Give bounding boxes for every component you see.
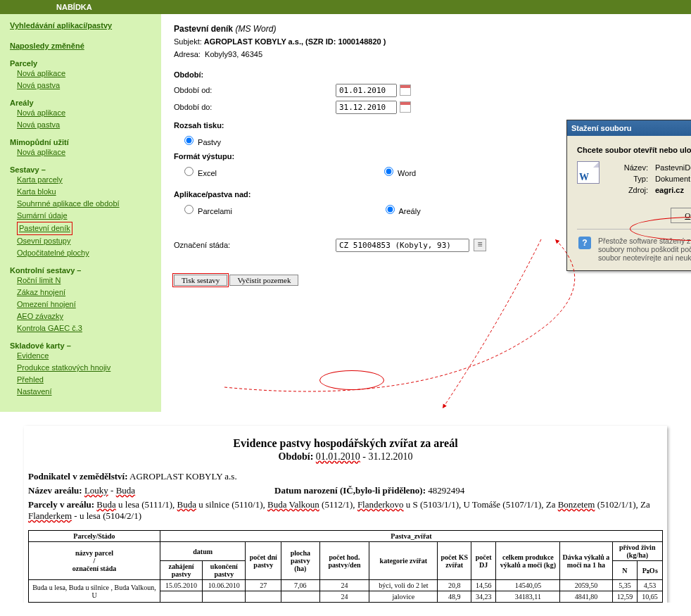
- period-from-label: Období od:: [174, 86, 336, 94]
- annotation-ellipse: [319, 370, 384, 390]
- subject-value: AGROPLAST KOBYLY a.s., (SZR ID: 10001488…: [204, 37, 386, 46]
- calendar-icon[interactable]: [400, 101, 411, 113]
- address-value: Kobyly93, 46345: [205, 50, 262, 58]
- nav-kontrol-1[interactable]: Zákaz hnojení: [17, 287, 154, 298]
- content-pane: Pastevní deník (MS Word) Subjekt: AGROPL…: [161, 14, 691, 412]
- stado-label: Označení stáda:: [174, 241, 336, 249]
- period-header: Období:: [174, 70, 678, 79]
- list-select-icon[interactable]: [474, 239, 486, 251]
- nav-mimo-0[interactable]: Nová aplikace: [17, 146, 154, 158]
- address-label: Adresa:: [174, 50, 201, 58]
- nav-group-parcely[interactable]: Parcely: [10, 59, 154, 68]
- period-to-label: Období do:: [174, 103, 336, 111]
- subject-label: Subjekt:: [174, 37, 202, 46]
- nav-sklad-2[interactable]: Přehled: [17, 374, 154, 386]
- dialog-title: Stažení souboru: [571, 124, 632, 132]
- nav-arealy-1[interactable]: Nová pastva: [17, 119, 154, 131]
- nav-group-mimo[interactable]: Mimopůdní užití: [10, 138, 154, 146]
- nav-group-arealy[interactable]: Areály: [10, 99, 154, 107]
- type-label: Typ:: [607, 174, 651, 184]
- period-from-input[interactable]: [336, 84, 397, 97]
- nav-group-kontrol[interactable]: Kontrolní sestavy –: [10, 266, 154, 275]
- nav-parcely-0[interactable]: Nová aplikace: [17, 68, 154, 80]
- nav-sestavy-6[interactable]: Odpočitatelné plochy: [17, 247, 154, 259]
- range-pastvy-radio[interactable]: Pastvy: [181, 138, 221, 146]
- top-nav-bar: NABÍDKA: [0, 0, 691, 14]
- format-word-radio[interactable]: Word: [381, 169, 416, 177]
- table-row: Buda u lesa, Buda u silnice , Buda Valko…: [29, 580, 663, 591]
- nav-sklad-1[interactable]: Produkce statkových hnojiv: [17, 362, 154, 374]
- format-excel-radio[interactable]: Excel: [181, 169, 217, 177]
- page-title: Pastevní deník (MS Word): [174, 24, 678, 34]
- nav-sestavy-2[interactable]: Souhrnné aplikace dle období: [17, 198, 154, 210]
- shield-icon: ?: [578, 237, 591, 249]
- nav-sestavy-0[interactable]: Karta parcely: [17, 174, 154, 186]
- sidebar: Vyhledávání aplikací/pastvy Naposledy zm…: [0, 14, 161, 412]
- document-preview: Evidence pastvy hospodářských zvířat za …: [24, 426, 667, 603]
- print-report-button[interactable]: Tisk sestavy: [174, 275, 227, 286]
- source-label: Zdroj:: [607, 185, 651, 195]
- nav-arealy-0[interactable]: Nová aplikace: [17, 107, 154, 119]
- name-label: Název:: [607, 163, 651, 172]
- nav-kontrol-0[interactable]: Roční limit N: [17, 275, 154, 287]
- doc-title: Evidence pastvy hospodářských zvířat za …: [28, 437, 663, 450]
- file-type: Dokument aplikace Microsoft Office Word …: [652, 174, 691, 184]
- over-areal-radio[interactable]: Areály: [382, 207, 421, 215]
- file-source: eagri.cz: [655, 186, 684, 194]
- nav-search[interactable]: Vyhledávání aplikací/pastvy: [10, 20, 154, 32]
- nav-sestavy-1[interactable]: Karta bloku: [17, 186, 154, 198]
- dialog-question: Chcete soubor otevřít nebo uložit?: [577, 146, 691, 154]
- clear-plot-button[interactable]: Vyčistit pozemek: [229, 275, 298, 286]
- download-dialog: Stažení souboru ✕ Chcete soubor otevřít …: [566, 120, 691, 271]
- nav-group-sklad[interactable]: Skladové karty –: [10, 341, 154, 350]
- nav-kontrol-3[interactable]: AEO závazky: [17, 310, 154, 322]
- nav-sklad-0[interactable]: Evidence: [17, 350, 154, 362]
- nav-sklad-3[interactable]: Nastavení: [17, 386, 154, 398]
- doc-table: Parcely/Stádo Pastva_zvířat názvy parcel…: [28, 530, 663, 603]
- nav-kontrol-2[interactable]: Omezení hnojení: [17, 298, 154, 310]
- open-button[interactable]: Otevřít: [671, 208, 691, 223]
- nav-sestavy-3[interactable]: Sumární údaje: [17, 210, 154, 222]
- file-name: PastevniDenikAreal.doc: [652, 163, 691, 172]
- stado-input[interactable]: [336, 239, 469, 252]
- period-to-input[interactable]: [336, 101, 397, 114]
- nav-sestavy-4[interactable]: Pastevní deník: [19, 222, 70, 234]
- word-doc-icon: [577, 161, 600, 184]
- nav-sestavy-5[interactable]: Osevní postupy: [17, 235, 154, 247]
- nav-kontrol-4[interactable]: Kontrola GAEC č.3: [17, 322, 154, 334]
- warning-text: Přestože software stažený z Internetu mů…: [598, 237, 691, 262]
- nav-title: NABÍDKA: [56, 3, 92, 11]
- calendar-icon[interactable]: [400, 84, 411, 96]
- nav-recent[interactable]: Naposledy změněné: [10, 40, 154, 52]
- over-parcel-radio[interactable]: Parcelami: [181, 207, 232, 215]
- nav-parcely-1[interactable]: Nová pastva: [17, 80, 154, 92]
- doc-period: Období: 01.01.2010 - 31.12.2010: [28, 451, 663, 463]
- nav-group-sestavy[interactable]: Sestavy –: [10, 165, 154, 174]
